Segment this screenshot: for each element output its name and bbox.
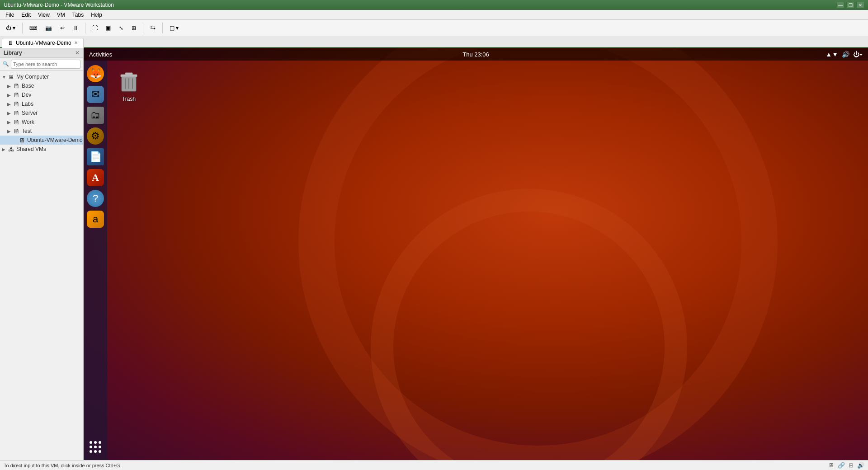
- dock-item-mail[interactable]: ✉: [86, 85, 105, 104]
- tree-label-my-computer: My Computer: [16, 74, 49, 80]
- tab-close-button[interactable]: ✕: [74, 40, 78, 45]
- tree-toggle-shared: ▶: [2, 147, 7, 152]
- tree-item-test[interactable]: ▶ 🖹 Test: [0, 127, 83, 136]
- unity-button[interactable]: ▣: [103, 22, 114, 34]
- dock-item-files[interactable]: 🗂: [86, 106, 105, 125]
- minimize-button[interactable]: —: [836, 2, 844, 8]
- settings-icon: ⚙: [87, 127, 104, 145]
- tree-my-computer[interactable]: ▼ 🖥 My Computer: [0, 72, 83, 81]
- fullscreen-button[interactable]: ⛶: [89, 22, 101, 34]
- tree-item-server[interactable]: ▶ 🖹 Server: [0, 108, 83, 118]
- power-dropdown-button[interactable]: ⏻ ▾: [3, 22, 19, 34]
- view-options-button[interactable]: ◫ ▾: [166, 22, 182, 34]
- status-bar: To direct input to this VM, click inside…: [0, 460, 868, 470]
- menu-view[interactable]: View: [34, 11, 53, 19]
- vm-icon-work: 🖹: [14, 119, 21, 126]
- snapshot-button[interactable]: 📷: [42, 22, 55, 34]
- vm-icon-server: 🖹: [14, 110, 21, 117]
- restore-button[interactable]: ❐: [846, 2, 854, 8]
- trash-desktop-icon[interactable]: Trash: [111, 66, 147, 105]
- fullscreen-icon: ⛶: [92, 25, 98, 31]
- menu-bar: File Edit View VM Tabs Help: [0, 10, 868, 20]
- tree-item-ubuntu-vmware-demo[interactable]: 🖥 Ubuntu-VMware-Demo: [0, 136, 83, 145]
- activities-button[interactable]: Activities: [89, 51, 112, 58]
- menu-help[interactable]: Help: [87, 11, 106, 19]
- send-keys-button[interactable]: ⌨: [26, 22, 40, 34]
- dock-item-amazon[interactable]: a: [86, 210, 105, 229]
- dock-item-writer[interactable]: 📄: [86, 147, 105, 166]
- tree-item-work[interactable]: ▶ 🖹 Work: [0, 118, 83, 127]
- tree-toggle-work: ▶: [7, 120, 13, 125]
- dock-item-appstore[interactable]: A: [86, 168, 105, 187]
- tree-label-work: Work: [22, 119, 34, 125]
- tree-toggle-test: ▶: [7, 129, 13, 134]
- dock-item-settings[interactable]: ⚙: [86, 127, 105, 146]
- tree-item-labs[interactable]: ▶ 🖹 Labs: [0, 99, 83, 108]
- tab-ubuntu-vmware-demo[interactable]: 🖥 Ubuntu-VMware-Demo ✕: [2, 38, 84, 48]
- usb-status-icon: ⊞: [849, 462, 854, 469]
- tab-vm-icon: 🖥: [8, 40, 13, 46]
- tree-label-shared: Shared VMs: [16, 146, 46, 152]
- window-title: Ubuntu-VMware-Demo - VMware Workstation: [4, 2, 114, 8]
- search-box: 🔍: [0, 58, 83, 70]
- show-apps-button[interactable]: [86, 437, 105, 456]
- vm-area[interactable]: Activities Thu 23:06 ▲▼ 🔊 ⏻▾ 🦊 ✉ 🗂: [84, 48, 868, 460]
- library-close-button[interactable]: ✕: [75, 50, 80, 56]
- menu-edit[interactable]: Edit: [18, 11, 34, 19]
- dock-item-help[interactable]: ?: [86, 189, 105, 208]
- toolbar-separator-4: [162, 23, 163, 33]
- menu-tabs[interactable]: Tabs: [69, 11, 87, 19]
- tree-item-base[interactable]: ▶ 🖹 Base: [0, 81, 83, 90]
- library-title: Library: [4, 50, 22, 56]
- svg-rect-2: [125, 73, 132, 75]
- unity-icon: ▣: [106, 25, 111, 31]
- tree-label-dev: Dev: [22, 92, 31, 98]
- fit-icon: ⤡: [119, 25, 123, 31]
- vm-icon-base: 🖹: [14, 83, 21, 89]
- dock-item-firefox[interactable]: 🦊: [86, 64, 105, 83]
- menu-vm[interactable]: VM: [53, 11, 69, 19]
- suspend-button[interactable]: ⏸: [70, 22, 81, 34]
- tab-label: Ubuntu-VMware-Demo: [16, 40, 71, 46]
- tree-toggle-my-computer: ▼: [2, 75, 7, 80]
- tree-label-labs: Labs: [22, 101, 33, 107]
- tree-label-server: Server: [22, 110, 38, 116]
- autofit-button[interactable]: ⊞: [128, 22, 139, 34]
- clock-display: Thu 23:06: [462, 51, 489, 58]
- monitor-status-icon: 🖥: [828, 462, 834, 469]
- tree-toggle-base: ▶: [7, 84, 13, 89]
- help-icon: ?: [87, 190, 104, 207]
- tree-shared-vms[interactable]: ▶ 🖧 Shared VMs: [0, 145, 83, 154]
- search-input[interactable]: [11, 60, 80, 69]
- vm-icon-test: 🖹: [14, 128, 21, 135]
- tree-toggle-server: ▶: [7, 111, 13, 116]
- fit-button[interactable]: ⤡: [116, 22, 127, 34]
- view-options-icon: ◫: [170, 25, 175, 31]
- ubuntu-desktop[interactable]: Activities Thu 23:06 ▲▼ 🔊 ⏻▾ 🦊 ✉ 🗂: [84, 48, 868, 460]
- main-layout: Library ✕ 🔍 ▼ 🖥 My Computer ▶ 🖹 Base ▶: [0, 48, 868, 460]
- tree-label-base: Base: [22, 83, 34, 89]
- appstore-icon: A: [87, 169, 104, 186]
- switch-view-button[interactable]: ⮀: [147, 22, 159, 34]
- vm-icon-labs: 🖹: [14, 101, 21, 108]
- toolbar-separator-3: [143, 23, 143, 33]
- close-button[interactable]: ✕: [856, 2, 864, 8]
- status-message: To direct input to this VM, click inside…: [4, 463, 122, 468]
- tree-toggle-labs: ▶: [7, 102, 13, 107]
- toolbar-separator-1: [22, 23, 23, 33]
- switch-view-icon: ⮀: [150, 25, 156, 31]
- system-tray: ▲▼ 🔊 ⏻▾: [826, 51, 863, 58]
- desktop-icons: Trash: [111, 66, 147, 105]
- tree-label-test: Test: [22, 128, 32, 134]
- revert-icon: ↩: [60, 25, 65, 31]
- power-menu-icon[interactable]: ⏻▾: [853, 51, 863, 58]
- tree-item-dev[interactable]: ▶ 🖹 Dev: [0, 90, 83, 99]
- autofit-icon: ⊞: [132, 25, 136, 31]
- sidebar: Library ✕ 🔍 ▼ 🖥 My Computer ▶ 🖹 Base ▶: [0, 48, 84, 460]
- menu-file[interactable]: File: [2, 11, 18, 19]
- revert-button[interactable]: ↩: [57, 22, 68, 34]
- trash-icon-image: [118, 69, 140, 94]
- tree-view: ▼ 🖥 My Computer ▶ 🖹 Base ▶ 🖹 Dev ▶ 🖹 Lab…: [0, 70, 83, 460]
- suspend-icon: ⏸: [73, 25, 78, 31]
- network-icon: ▲▼: [826, 51, 838, 58]
